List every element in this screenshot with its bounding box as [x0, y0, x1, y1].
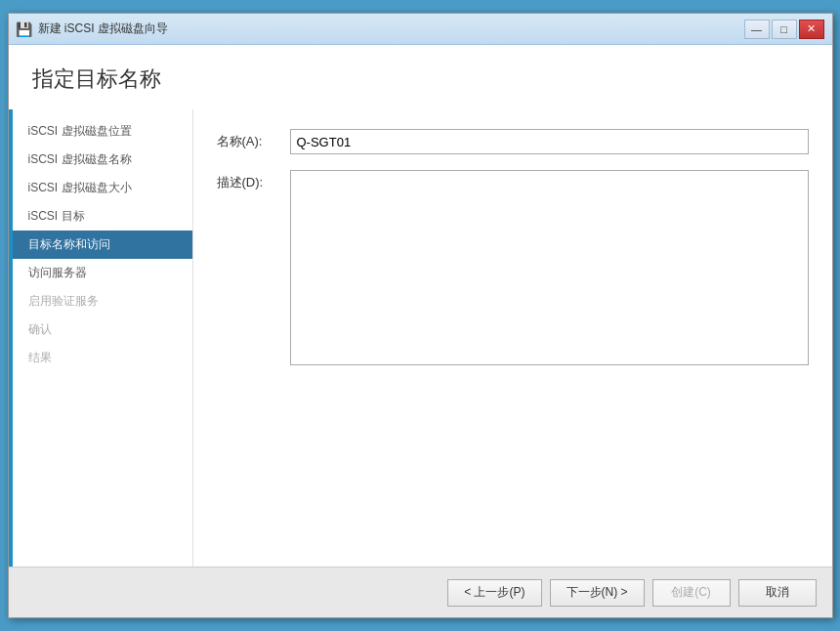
page-header: 指定目标名称 [9, 45, 832, 109]
name-row: 名称(A): [217, 129, 809, 154]
page-title: 指定目标名称 [32, 64, 809, 94]
close-button[interactable]: ✕ [799, 20, 824, 39]
form-area: 名称(A): 描述(D): [193, 109, 832, 567]
window-icon: 💾 [17, 21, 32, 37]
sidebar-item-auth: 启用验证服务 [13, 287, 192, 316]
main-window: 💾 新建 iSCSI 虚拟磁盘向导 — □ ✕ 指定目标名称 iSCSI 虚拟磁… [8, 13, 833, 618]
prev-button[interactable]: < 上一步(P) [447, 579, 541, 607]
title-bar: 💾 新建 iSCSI 虚拟磁盘向导 — □ ✕ [9, 14, 832, 45]
next-button[interactable]: 下一步(N) > [550, 579, 645, 607]
title-bar-left: 💾 新建 iSCSI 虚拟磁盘向导 [17, 21, 168, 37]
description-label: 描述(D): [217, 170, 290, 191]
minimize-button[interactable]: — [744, 20, 770, 39]
maximize-button[interactable]: □ [772, 20, 797, 39]
name-label: 名称(A): [217, 129, 290, 150]
cancel-button[interactable]: 取消 [738, 579, 817, 607]
content-area: 指定目标名称 iSCSI 虚拟磁盘位置 iSCSI 虚拟磁盘名称 iSCSI 虚… [9, 45, 832, 567]
sidebar-item-iscsi-target[interactable]: iSCSI 目标 [13, 202, 192, 231]
sidebar: iSCSI 虚拟磁盘位置 iSCSI 虚拟磁盘名称 iSCSI 虚拟磁盘大小 i… [13, 109, 193, 567]
footer: < 上一步(P) 下一步(N) > 创建(C) 取消 [9, 567, 832, 617]
sidebar-item-access-server[interactable]: 访问服务器 [13, 259, 192, 287]
sidebar-item-disk-size[interactable]: iSCSI 虚拟磁盘大小 [13, 174, 192, 202]
create-button[interactable]: 创建(C) [652, 579, 731, 607]
name-input[interactable] [290, 129, 809, 154]
sidebar-item-disk-name[interactable]: iSCSI 虚拟磁盘名称 [13, 146, 192, 174]
window-title: 新建 iSCSI 虚拟磁盘向导 [38, 21, 168, 37]
sidebar-item-result: 结果 [13, 344, 192, 372]
main-body: iSCSI 虚拟磁盘位置 iSCSI 虚拟磁盘名称 iSCSI 虚拟磁盘大小 i… [9, 109, 832, 567]
description-row: 描述(D): [217, 170, 809, 365]
sidebar-item-target-name[interactable]: 目标名称和访问 [13, 231, 192, 259]
description-textarea[interactable] [290, 170, 809, 365]
sidebar-item-disk-location[interactable]: iSCSI 虚拟磁盘位置 [13, 117, 192, 146]
title-bar-controls: — □ ✕ [744, 20, 824, 39]
sidebar-item-confirm: 确认 [13, 316, 192, 344]
